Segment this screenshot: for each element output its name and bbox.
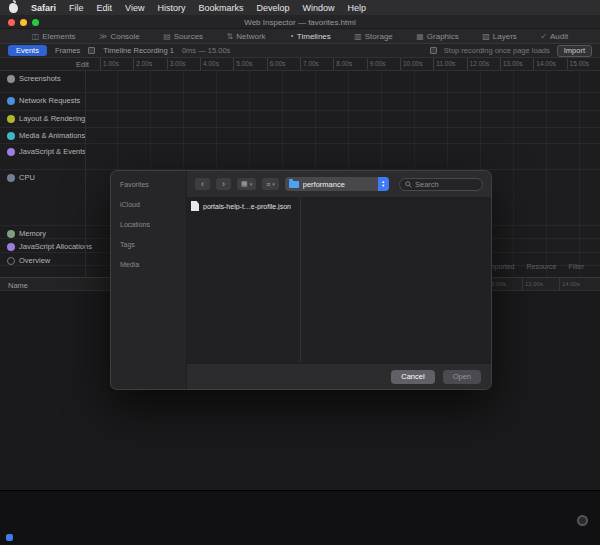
ruler-tick: 13.00s (500, 58, 533, 70)
sidebar-section-tags[interactable]: Tags (120, 241, 177, 248)
javascript-events-icon (7, 148, 15, 156)
ruler-tick: 9.00s (367, 58, 400, 70)
ruler-tick: 3.00s (167, 58, 200, 70)
network-icon: ⇅ (227, 32, 234, 41)
apple-icon[interactable] (9, 3, 18, 13)
ruler-tick: 11.00s (433, 58, 466, 70)
file-row[interactable]: portals-help-t…e-profile.json (191, 201, 296, 211)
media-animations-icon (7, 132, 15, 140)
recording-checkbox[interactable] (88, 47, 95, 54)
folder-popup-label: performance (303, 180, 374, 189)
menu-item-develop[interactable]: Develop (256, 3, 289, 13)
inspector-tab-bar: ◫Elements ≫Console ▤Sources ⇅Network ◔Ti… (0, 29, 600, 44)
back-button[interactable]: ‹ (195, 178, 210, 190)
cancel-button[interactable]: Cancel (391, 370, 434, 384)
search-input[interactable] (415, 180, 477, 189)
tab-timelines[interactable]: ◔Timelines (289, 32, 331, 41)
stop-recording-checkbox[interactable] (430, 47, 437, 54)
ruler-tick: 7.00s (300, 58, 333, 70)
tab-layers[interactable]: ▧Layers (482, 32, 517, 41)
edit-timelines-button[interactable]: Edit (76, 60, 89, 69)
folder-icon (289, 181, 299, 188)
browser-column-2[interactable] (301, 197, 491, 363)
memory-icon (7, 230, 15, 238)
events-view-button[interactable]: Events (8, 45, 47, 56)
stop-recording-label[interactable]: Stop recording once page loads (444, 46, 550, 55)
dialog-toolbar: ‹ › ▦ ▾ ≡ ▾ performance ▴ ▾ (187, 171, 491, 197)
console-icon: ≫ (99, 32, 107, 41)
timeline-row-javascript-events[interactable]: JavaScript & Events (0, 144, 600, 170)
dialog-main: ‹ › ▦ ▾ ≡ ▾ performance ▴ ▾ (187, 171, 491, 389)
tab-sources[interactable]: ▤Sources (163, 32, 203, 41)
chevron-down-icon: ▾ (250, 181, 253, 187)
menu-item-history[interactable]: History (157, 3, 185, 13)
tab-network[interactable]: ⇅Network (227, 32, 266, 41)
tab-elements[interactable]: ◫Elements (32, 32, 76, 41)
sidebar-section-media[interactable]: Media (120, 261, 177, 268)
menu-item-help[interactable]: Help (347, 3, 366, 13)
timeline-row-screenshots[interactable]: Screenshots (0, 71, 600, 93)
dialog-bottom-bar: Cancel Open (187, 363, 491, 389)
tab-storage[interactable]: ▥Storage (354, 32, 393, 41)
menu-item-bookmarks[interactable]: Bookmarks (198, 3, 243, 13)
list-view-icon: ≡ (266, 181, 270, 188)
import-button[interactable]: Import (557, 45, 592, 57)
open-file-dialog: Favorites iCloud Locations Tags Media ‹ … (110, 170, 492, 390)
open-button[interactable]: Open (443, 370, 481, 384)
timeline-ruler[interactable]: Edit 1.00s 2.00s 3.00s 4.00s 5.00s 6.00s… (0, 58, 600, 71)
sidebar-section-locations[interactable]: Locations (120, 221, 177, 228)
group-popup[interactable]: ≡ ▾ (262, 178, 279, 190)
inspector-dock-icon[interactable] (6, 534, 13, 541)
menu-item-view[interactable]: View (125, 3, 144, 13)
sidebar-section-favorites[interactable]: Favorites (120, 181, 177, 188)
network-requests-icon (7, 97, 15, 105)
sidebar-section-icloud[interactable]: iCloud (120, 201, 177, 208)
menu-item-safari[interactable]: Safari (31, 3, 56, 13)
timeline-row-layout-rendering[interactable]: Layout & Rendering (0, 111, 600, 128)
recording-label[interactable]: Timeline Recording 1 (103, 46, 174, 55)
popup-chevrons-icon: ▴ ▾ (378, 177, 389, 191)
ruler-tick: 14.00s (533, 58, 566, 70)
timeline-row-network-requests[interactable]: Network Requests (0, 93, 600, 111)
search-icon (405, 181, 412, 188)
forward-button[interactable]: › (216, 178, 231, 190)
scope-filter[interactable]: Filter (568, 263, 584, 270)
timeline-row-media-animations[interactable]: Media & Animations (0, 128, 600, 144)
detail-scope-bar: Imported Resource Filter (487, 263, 584, 270)
timelines-toolbar: Events Frames Timeline Recording 1 0ms —… (0, 44, 600, 58)
menu-item-edit[interactable]: Edit (97, 3, 113, 13)
file-browser: portals-help-t…e-profile.json (187, 197, 491, 363)
ruler-tick: 5.00s (233, 58, 266, 70)
tab-audit[interactable]: ✓Audit (540, 32, 568, 41)
frames-view-button[interactable]: Frames (55, 46, 80, 55)
dialog-sidebar: Favorites iCloud Locations Tags Media (111, 171, 187, 389)
layout-rendering-icon (7, 115, 15, 123)
graphics-icon: ▦ (416, 32, 424, 41)
menu-item-window[interactable]: Window (302, 3, 334, 13)
detail-tick: 12.00s (522, 278, 559, 290)
layers-icon: ▧ (482, 32, 490, 41)
ruler-tick: 4.00s (200, 58, 233, 70)
view-mode-popup[interactable]: ▦ ▾ (237, 178, 256, 190)
ruler-ticks: 1.00s 2.00s 3.00s 4.00s 5.00s 6.00s 7.00… (100, 58, 600, 70)
scope-resource[interactable]: Resource (526, 263, 556, 270)
window-titlebar: Web Inspector — favorites.html (0, 15, 600, 29)
menu-item-file[interactable]: File (69, 3, 84, 13)
screenshots-icon (7, 75, 15, 83)
cpu-icon (7, 174, 15, 182)
ruler-tick: 2.00s (133, 58, 166, 70)
gear-icon[interactable] (577, 515, 588, 526)
ruler-tick: 1.00s (100, 58, 133, 70)
recording-range: 0ms — 15.00s (182, 46, 230, 55)
ruler-tick: 8.00s (333, 58, 366, 70)
tab-console[interactable]: ≫Console (99, 32, 140, 41)
name-column-header[interactable]: Name (8, 281, 28, 290)
ruler-tick: 12.00s (467, 58, 500, 70)
sidebar-divider (85, 71, 86, 277)
ruler-tick: 6.00s (267, 58, 300, 70)
folder-location-popup[interactable]: performance ▴ ▾ (285, 177, 389, 191)
chevron-down-icon: ▾ (272, 181, 275, 187)
search-field[interactable] (399, 178, 483, 191)
elements-icon: ◫ (32, 32, 40, 41)
tab-graphics[interactable]: ▦Graphics (416, 32, 459, 41)
